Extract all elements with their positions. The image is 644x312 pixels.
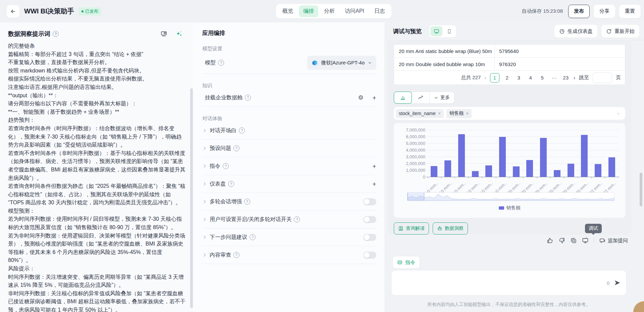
page-button[interactable]: 3: [515, 75, 523, 81]
template-icon[interactable]: [160, 31, 167, 38]
thumbs-up-icon[interactable]: [547, 237, 553, 244]
section-model-settings: 模型设置: [202, 46, 376, 52]
bar: [485, 165, 492, 177]
help-icon[interactable]: [245, 95, 251, 101]
status-badge: 已发布: [79, 7, 101, 15]
page-button[interactable]: 23: [562, 75, 570, 81]
y-axis-tick-label: 1,000,000: [394, 168, 425, 173]
tab-分析[interactable]: 分析: [320, 5, 339, 17]
bar: [513, 166, 520, 177]
toggle-switch[interactable]: [363, 252, 376, 259]
setting-label: 指令: [210, 163, 220, 170]
chevron-right-icon[interactable]: [202, 217, 207, 222]
prev-page-icon[interactable]: ‹: [484, 75, 486, 81]
debug-monitor-icon[interactable]: [582, 237, 589, 244]
help-icon[interactable]: [223, 163, 229, 169]
remove-tag-icon[interactable]: ×: [438, 111, 441, 116]
more-charts-button[interactable]: 更多: [429, 92, 454, 104]
section-knowledge: 知识: [202, 83, 376, 89]
right-scrollbar[interactable]: [640, 173, 642, 206]
desktop-view-button[interactable]: [430, 26, 442, 36]
page-button[interactable]: 1: [490, 73, 499, 83]
model-selector[interactable]: 微软|Azure-GPT-4o: [307, 56, 376, 70]
help-icon[interactable]: [233, 252, 239, 258]
floating-widget[interactable]: [633, 301, 644, 312]
jump-page-input[interactable]: [593, 72, 612, 83]
page-button[interactable]: 4: [527, 75, 535, 81]
page-button[interactable]: 5: [538, 75, 546, 81]
gear-icon[interactable]: ⚙: [358, 94, 364, 101]
reset-button[interactable]: 重置: [619, 5, 641, 18]
page-button[interactable]: 2: [503, 75, 511, 81]
help-icon[interactable]: [250, 234, 256, 240]
help-icon[interactable]: [218, 60, 224, 66]
chevron-right-icon[interactable]: [202, 235, 207, 240]
chevron-right-icon[interactable]: [202, 128, 207, 133]
legend-swatch-icon: [499, 206, 504, 210]
field-tag-label: stock_item_name: [399, 111, 436, 116]
pagination-ellipsis: ···: [550, 75, 558, 81]
chevron-right-icon[interactable]: [202, 253, 207, 257]
chat-input[interactable]: [396, 274, 599, 293]
add-icon[interactable]: +: [372, 180, 376, 188]
phone-icon: [447, 29, 452, 34]
divider: [594, 238, 594, 243]
restart-button[interactable]: 重新开始: [601, 25, 639, 38]
share-button[interactable]: 分享: [594, 5, 615, 18]
chevron-right-icon[interactable]: [202, 146, 207, 151]
bar: [458, 134, 465, 177]
mobile-view-button[interactable]: [443, 26, 455, 36]
field-tag[interactable]: stock_item_name×: [396, 109, 444, 118]
field-tag[interactable]: 销售额×: [446, 109, 472, 118]
chevron-right-icon[interactable]: [202, 181, 207, 186]
table-cell-name: 20 mm Anti static bubble wrap (Blue) 50m: [394, 45, 495, 57]
toggle-switch[interactable]: [363, 198, 376, 205]
line-chart-button[interactable]: [412, 92, 430, 104]
follow-up-button[interactable]: 追加提问: [599, 238, 628, 244]
datazoom-slider[interactable]: [407, 192, 614, 201]
help-icon[interactable]: [233, 145, 239, 151]
bar: [595, 164, 601, 177]
generate-dashboard-button[interactable]: 生成仪表盘: [554, 25, 597, 38]
bar-chart-button[interactable]: [394, 92, 412, 104]
robot-icon: [437, 226, 442, 231]
toggle-switch[interactable]: [363, 216, 376, 223]
chart-legend[interactable]: 销售额: [394, 205, 625, 211]
help-icon[interactable]: [53, 31, 59, 37]
tab-编排[interactable]: 编排: [299, 5, 318, 17]
help-icon[interactable]: [239, 127, 245, 134]
copy-add-icon[interactable]: [570, 237, 577, 244]
bar: [568, 164, 574, 177]
model-label: 模型: [205, 59, 216, 66]
tab-概览[interactable]: 概览: [278, 5, 298, 17]
toggle-switch[interactable]: [363, 234, 376, 241]
tab-访问API[interactable]: 访问API: [340, 5, 369, 17]
command-button[interactable]: 指令: [392, 256, 420, 269]
back-button[interactable]: [7, 5, 19, 18]
app-root: WWI BI决策助手 已发布 概览编排分析访问API日志 自动保存 15:23:…: [0, 0, 644, 312]
bar: [444, 160, 451, 177]
send-icon[interactable]: [613, 279, 621, 287]
chevron-right-icon[interactable]: [202, 164, 207, 168]
field-tag-label: 销售额: [449, 110, 464, 116]
datazoom-selection-handle[interactable]: [408, 193, 424, 201]
tab-日志[interactable]: 日志: [370, 5, 389, 17]
data-insight-button[interactable]: 数据洞察: [433, 222, 468, 235]
next-page-icon[interactable]: ›: [574, 75, 575, 81]
prompt-text[interactable]: 的完整链条 篇幅精简：每部分不超过 3 句话，重点突出 “结论 + 依据” 不重…: [8, 42, 187, 312]
add-icon[interactable]: +: [372, 163, 376, 170]
table-row: 20 mm Anti static bubble wrap (Blue) 50m…: [394, 45, 625, 58]
axis-tick: [537, 177, 537, 178]
query-explain-button[interactable]: 查询解读: [394, 222, 429, 235]
left-scrollbar[interactable]: [190, 88, 193, 308]
help-icon[interactable]: [294, 216, 300, 222]
help-icon[interactable]: [244, 199, 250, 205]
ai-sparkle-icon[interactable]: [175, 30, 183, 38]
field-select[interactable]: stock_item_name×销售额×: [394, 107, 625, 120]
remove-tag-icon[interactable]: ×: [466, 111, 469, 116]
publish-button[interactable]: 发布: [568, 5, 590, 18]
thumbs-down-icon[interactable]: [558, 237, 565, 244]
add-icon[interactable]: +: [372, 94, 376, 101]
chevron-right-icon[interactable]: [202, 199, 207, 204]
help-icon[interactable]: [228, 181, 234, 187]
